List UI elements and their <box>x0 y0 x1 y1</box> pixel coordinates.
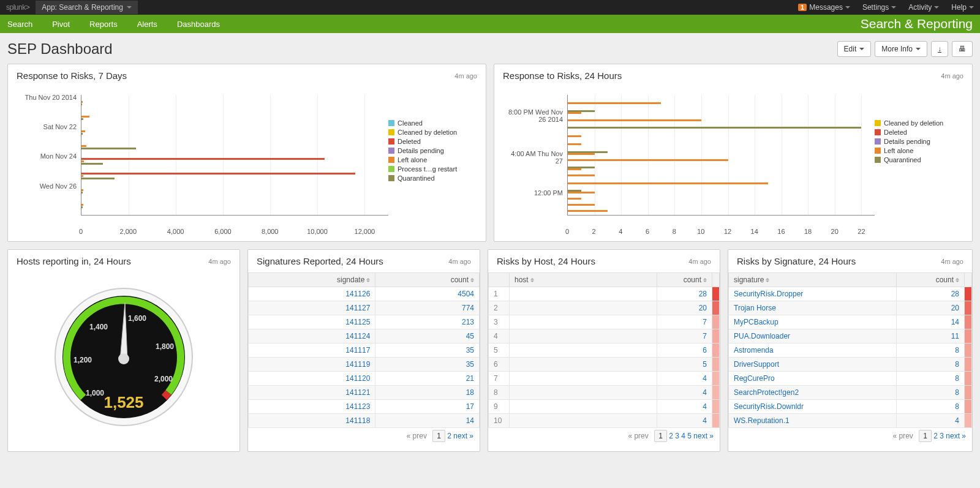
cell-link[interactable]: 4 <box>703 388 707 397</box>
pager-next[interactable]: next » <box>946 432 966 440</box>
pager-page[interactable]: 1 <box>919 430 932 442</box>
more-info-button[interactable]: More Info <box>875 41 927 57</box>
cell-link[interactable]: 8 <box>955 388 959 397</box>
gauge[interactable]: 1,000 1,200 1,400 1,600 1,800 2,000 1,52… <box>47 280 200 434</box>
table-row[interactable]: 14112021 <box>249 372 480 386</box>
cell-link[interactable]: 141126 <box>345 290 370 298</box>
pager-page[interactable]: 2 <box>933 432 938 440</box>
cell-link[interactable]: DriverSupport <box>734 360 779 369</box>
pager-next[interactable]: next » <box>453 432 473 440</box>
cell-link[interactable]: 141125 <box>345 318 370 326</box>
cell-link[interactable]: 141124 <box>345 332 370 340</box>
table-row[interactable]: 65 <box>489 358 720 372</box>
table-row[interactable]: 56 <box>489 343 720 358</box>
cell-link[interactable]: 141123 <box>345 402 370 411</box>
cell-link[interactable]: 14 <box>951 318 959 326</box>
pager-page[interactable]: 3 <box>940 432 944 440</box>
cell-link[interactable]: 11 <box>951 332 959 340</box>
table-row[interactable]: 220 <box>489 301 720 315</box>
export-button[interactable]: ↓ <box>931 41 948 57</box>
cell-link[interactable]: 20 <box>951 304 959 312</box>
cell-link[interactable]: SecurityRisk.Downldr <box>734 402 804 411</box>
cell-link[interactable]: 14 <box>466 416 474 425</box>
print-button[interactable]: 🖶 <box>952 41 973 57</box>
cell-link[interactable]: 35 <box>466 346 474 355</box>
settings-menu[interactable]: Settings <box>856 3 902 12</box>
cell-link[interactable]: 774 <box>462 304 474 312</box>
cell-link[interactable]: 7 <box>703 332 707 340</box>
table-row[interactable]: SecurityRisk.Dropper28 <box>729 287 972 301</box>
th[interactable]: signdate <box>249 273 375 287</box>
table-row[interactable]: 14112445 <box>249 329 480 343</box>
cell-link[interactable]: 28 <box>951 290 959 298</box>
th[interactable] <box>489 273 510 287</box>
nav-reports[interactable]: Reports <box>80 20 127 29</box>
cell-link[interactable]: 213 <box>462 318 474 326</box>
table-row[interactable]: 37 <box>489 315 720 329</box>
pager-page[interactable]: 1 <box>654 430 667 442</box>
th[interactable]: host <box>510 273 657 287</box>
pager-page[interactable]: 2 <box>669 432 673 440</box>
table-row[interactable]: 1411264504 <box>249 287 480 301</box>
pager-page[interactable]: 5 <box>687 432 692 440</box>
cell-link[interactable]: 21 <box>466 374 474 383</box>
cell-link[interactable]: Astromenda <box>734 346 774 355</box>
th[interactable]: count <box>375 273 480 287</box>
table-row[interactable]: 94 <box>489 400 720 414</box>
cell-link[interactable]: WS.Reputation.1 <box>734 416 790 425</box>
table-row[interactable]: 141127774 <box>249 301 480 315</box>
cell-link[interactable]: 6 <box>703 346 707 355</box>
table-row[interactable]: 47 <box>489 329 720 343</box>
cell-link[interactable]: 28 <box>699 290 707 298</box>
cell-link[interactable]: Trojan Horse <box>734 304 776 312</box>
cell-link[interactable]: 141127 <box>345 304 370 312</box>
pager-page[interactable]: 4 <box>681 432 685 440</box>
cell-link[interactable]: RegCurePro <box>734 374 775 383</box>
cell-link[interactable]: 4 <box>703 402 707 411</box>
table-row[interactable]: 14111935 <box>249 358 480 372</box>
cell-link[interactable]: 141119 <box>345 360 370 369</box>
cell-link[interactable]: 7 <box>703 318 707 326</box>
table-row[interactable]: 128 <box>489 287 720 301</box>
table-row[interactable]: SecurityRisk.Downldr8 <box>729 400 972 414</box>
cell-link[interactable]: 141118 <box>345 416 370 425</box>
cell-link[interactable]: 4 <box>955 416 959 425</box>
th[interactable]: signature <box>729 273 897 287</box>
cell-link[interactable]: 141121 <box>345 388 370 397</box>
help-menu[interactable]: Help <box>945 3 980 12</box>
chart-7days[interactable]: Thu Nov 20 2014 Sat Nov 22 Mon Nov 24 We… <box>17 92 388 233</box>
th[interactable]: count <box>896 273 964 287</box>
table-row[interactable]: WS.Reputation.14 <box>729 414 972 428</box>
table-row[interactable]: RegCurePro8 <box>729 372 972 386</box>
cell-link[interactable]: 8 <box>955 402 959 411</box>
cell-link[interactable]: 20 <box>699 304 707 312</box>
cell-link[interactable]: 18 <box>466 388 474 397</box>
table-row[interactable]: PUA.Downloader11 <box>729 329 972 343</box>
cell-link[interactable]: 141120 <box>345 374 370 383</box>
pager-page[interactable]: 2 <box>447 432 451 440</box>
table-row[interactable]: Astromenda8 <box>729 343 972 358</box>
cell-link[interactable]: 141117 <box>345 346 370 355</box>
table-row[interactable]: 84 <box>489 386 720 400</box>
nav-alerts[interactable]: Alerts <box>127 20 167 29</box>
cell-link[interactable]: PUA.Downloader <box>734 332 790 340</box>
th[interactable]: count <box>657 273 712 287</box>
cell-link[interactable]: 8 <box>955 374 959 383</box>
table-row[interactable]: SearchProtect!gen28 <box>729 386 972 400</box>
cell-link[interactable]: 35 <box>466 360 474 369</box>
table-row[interactable]: Trojan Horse20 <box>729 301 972 315</box>
table-row[interactable]: 14112317 <box>249 400 480 414</box>
app-selector[interactable]: App: Search & Reporting <box>36 1 138 14</box>
activity-menu[interactable]: Activity <box>902 3 945 12</box>
cell-link[interactable]: SearchProtect!gen2 <box>734 388 799 397</box>
table-row[interactable]: DriverSupport8 <box>729 358 972 372</box>
cell-link[interactable]: SecurityRisk.Dropper <box>734 290 803 298</box>
pager-page[interactable]: 1 <box>432 430 445 442</box>
cell-link[interactable]: 17 <box>466 402 474 411</box>
table-row[interactable]: MyPCBackup14 <box>729 315 972 329</box>
table-row[interactable]: 104 <box>489 414 720 428</box>
table-row[interactable]: 14111814 <box>249 414 480 428</box>
table-row[interactable]: 14111735 <box>249 343 480 358</box>
cell-link[interactable]: 4 <box>703 416 707 425</box>
cell-link[interactable]: 45 <box>466 332 474 340</box>
